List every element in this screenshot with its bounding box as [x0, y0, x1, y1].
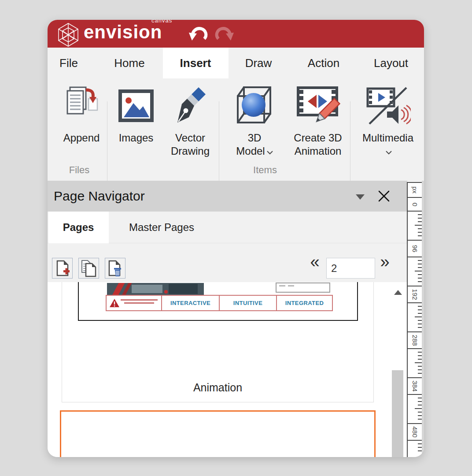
menu-draw[interactable]: Draw	[245, 48, 272, 78]
delete-page-icon	[107, 260, 123, 277]
warning-triangle-icon	[109, 298, 120, 308]
app-window: envision canvas File Home Insert Draw Ac…	[48, 20, 424, 457]
dropdown-chevron-icon	[386, 151, 392, 155]
page-number-input[interactable]	[326, 258, 375, 279]
desktop-background: envision canvas File Home Insert Draw Ac…	[0, 0, 472, 476]
group-separator	[219, 101, 219, 185]
copy-page-icon	[81, 260, 97, 277]
undo-icon[interactable]	[188, 24, 209, 43]
append-pages-icon	[63, 86, 100, 126]
ribbon: Append Images VectorDrawing	[48, 78, 424, 181]
thumbnail-logo-image	[107, 283, 204, 295]
ruler-edge-strip	[422, 181, 424, 457]
page-name-label: Animation	[62, 381, 373, 394]
page-navigator-header: Page Navigator	[48, 181, 407, 212]
vertical-ruler: px096192288384480	[407, 182, 422, 457]
menu-layout[interactable]: Layout	[374, 48, 408, 78]
images-button[interactable]: Images	[114, 78, 158, 178]
thumbnail-cell: INTERACTIVE	[161, 296, 219, 310]
page-item-animation[interactable]: INTERACTIVE INTUITIVE INTEGRATED Animati…	[62, 282, 374, 402]
page-item-selected[interactable]	[60, 410, 376, 457]
vector-drawing-button[interactable]: VectorDrawing	[164, 78, 217, 178]
video-audio-muted-icon	[365, 85, 411, 126]
append-button[interactable]: Append	[59, 78, 103, 178]
tab-pages[interactable]: Pages	[63, 212, 94, 243]
copy-page-button[interactable]	[78, 258, 99, 279]
envision-hexagon-logo-icon	[55, 22, 81, 48]
page-thumbnail: INTERACTIVE INTUITIVE INTEGRATED	[78, 282, 358, 321]
add-page-button[interactable]	[52, 258, 73, 279]
menu-bar: File Home Insert Draw Action Layout	[48, 48, 424, 78]
previous-page-button[interactable]: «	[310, 243, 319, 282]
menu-file[interactable]: File	[59, 48, 78, 78]
page-navigator-tabs: Pages Master Pages	[48, 212, 407, 243]
multimedia-button[interactable]: Multimedia	[357, 78, 419, 178]
warning-text-lines	[121, 299, 158, 305]
delete-page-button[interactable]	[105, 258, 125, 279]
brand-name: envision	[84, 22, 162, 43]
dropdown-chevron-icon	[267, 151, 273, 155]
menu-action[interactable]: Action	[308, 48, 339, 78]
group-separator	[350, 101, 350, 185]
thumbnail-table: INTERACTIVE INTUITIVE INTEGRATED	[106, 295, 333, 311]
page-list: INTERACTIVE INTUITIVE INTEGRATED Animati…	[48, 282, 407, 457]
3d-model-button[interactable]: 3DModel	[228, 78, 281, 178]
scrollbar-thumb[interactable]	[392, 370, 403, 457]
panel-menu-caret-icon[interactable]	[356, 194, 365, 200]
group-label-files: Files	[69, 164, 89, 176]
brand-superscript: canvas	[151, 20, 172, 24]
redo-icon[interactable]	[214, 24, 235, 43]
thumbnail-small-box	[276, 283, 330, 293]
group-label-items: Items	[253, 164, 277, 176]
cube-sphere-icon	[232, 84, 277, 128]
menu-insert[interactable]: Insert	[180, 48, 211, 78]
pen-nib-icon	[172, 86, 208, 126]
group-separator	[107, 101, 107, 185]
create-3d-animation-button[interactable]: Create 3DAnimation	[287, 78, 349, 178]
filmstrip-pencil-icon	[295, 84, 341, 127]
thumbnail-cell: INTUITIVE	[219, 296, 276, 310]
menu-home[interactable]: Home	[114, 48, 144, 78]
titlebar: envision canvas	[48, 20, 424, 48]
thumbnail-cell: INTEGRATED	[276, 296, 332, 310]
page-navigator-toolbar: « »	[48, 243, 407, 282]
close-icon[interactable]	[377, 189, 391, 203]
panel-title: Page Navigator	[54, 181, 145, 212]
scroll-up-arrow-icon[interactable]	[394, 290, 402, 295]
tab-master-pages[interactable]: Master Pages	[129, 212, 194, 243]
picture-icon	[118, 86, 155, 125]
add-page-icon	[55, 260, 70, 277]
next-page-button[interactable]: »	[380, 243, 389, 282]
thumbnail-warning-cell	[107, 296, 161, 310]
